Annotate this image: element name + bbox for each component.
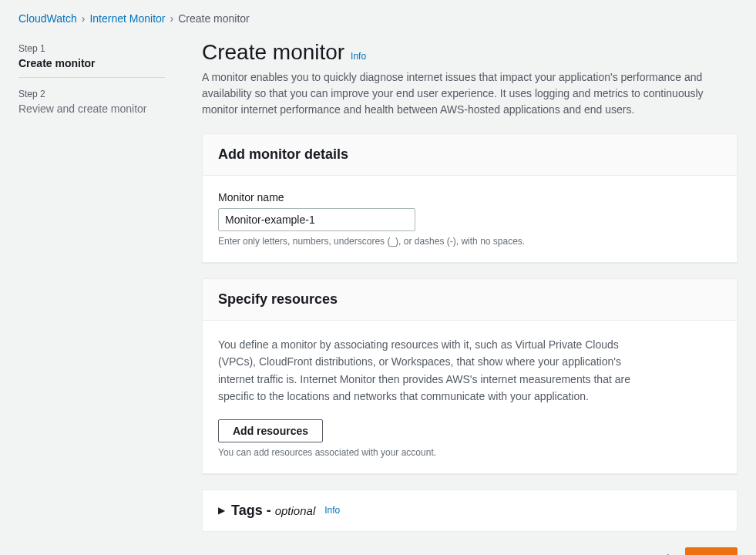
step-number: Step 2 — [18, 89, 165, 99]
tags-heading: Tags - optional — [231, 503, 315, 518]
page-title: Create monitor — [202, 40, 344, 64]
step-number: Step 1 — [18, 43, 165, 54]
monitor-details-panel: Add monitor details Monitor name Enter o… — [202, 133, 738, 263]
monitor-name-label: Monitor name — [218, 191, 721, 204]
resources-description: You define a monitor by associating reso… — [218, 336, 650, 405]
wizard-steps: Step 1 Create monitor Step 2 Review and … — [18, 40, 165, 555]
step-title: Create monitor — [18, 57, 165, 69]
breadcrumb-cloudwatch[interactable]: CloudWatch — [18, 12, 77, 25]
wizard-step-1[interactable]: Step 1 Create monitor — [18, 40, 165, 78]
panel-heading: Specify resources — [218, 291, 721, 308]
tags-info-link[interactable]: Info — [324, 505, 340, 516]
wizard-step-2[interactable]: Step 2 Review and create monitor — [18, 86, 165, 123]
wizard-footer: Cancel Next — [202, 547, 738, 555]
page-description: A monitor enables you to quickly diagnos… — [202, 69, 738, 118]
panel-heading: Add monitor details — [218, 146, 721, 163]
chevron-right-icon: › — [82, 12, 86, 25]
breadcrumb-current: Create monitor — [178, 12, 250, 25]
expand-caret-icon: ▶ — [218, 505, 225, 516]
page-header: Create monitor Info A monitor enables yo… — [202, 40, 738, 118]
cancel-button[interactable]: Cancel — [627, 548, 679, 555]
monitor-name-hint: Enter only letters, numbers, underscores… — [218, 236, 721, 247]
next-button[interactable]: Next — [685, 547, 738, 555]
specify-resources-panel: Specify resources You define a monitor b… — [202, 278, 738, 474]
breadcrumb-internet-monitor[interactable]: Internet Monitor — [89, 12, 165, 25]
breadcrumb: CloudWatch › Internet Monitor › Create m… — [18, 12, 738, 25]
step-title: Review and create monitor — [18, 103, 165, 115]
add-resources-hint: You can add resources associated with yo… — [218, 447, 721, 458]
monitor-name-input[interactable] — [218, 208, 415, 231]
tags-panel[interactable]: ▶ Tags - optional Info — [202, 489, 738, 532]
main-content: Create monitor Info A monitor enables yo… — [202, 40, 738, 555]
info-link[interactable]: Info — [351, 51, 366, 62]
chevron-right-icon: › — [170, 12, 173, 25]
add-resources-button[interactable]: Add resources — [218, 419, 323, 442]
